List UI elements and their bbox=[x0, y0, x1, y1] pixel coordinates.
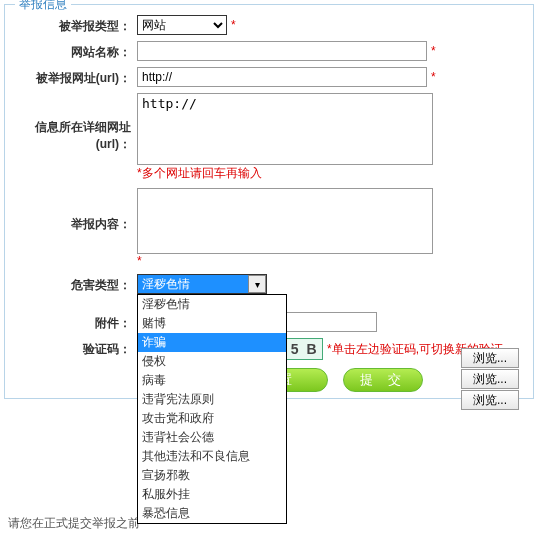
browse-button-3[interactable]: 浏览... bbox=[461, 390, 519, 410]
legend: 举报信息 bbox=[15, 0, 71, 13]
required-mark: * bbox=[431, 44, 436, 58]
multi-url-hint: *多个网址请回车再输入 bbox=[137, 165, 262, 182]
label-captcha: 验证码： bbox=[11, 338, 137, 358]
url-input[interactable] bbox=[137, 67, 427, 87]
harm-option[interactable]: 诈骗 bbox=[138, 333, 286, 352]
browse-button-1[interactable]: 浏览... bbox=[461, 348, 519, 368]
required-mark: * bbox=[231, 18, 236, 32]
harm-option[interactable]: 病毒 bbox=[138, 371, 286, 390]
footer-text: 请您在正式提交举报之前 bbox=[8, 515, 140, 532]
harm-option[interactable]: 侵权 bbox=[138, 352, 286, 371]
label-attach: 附件： bbox=[11, 312, 137, 332]
harm-option[interactable]: 违背宪法原则 bbox=[138, 390, 286, 409]
harm-dropdown-list[interactable]: 淫秽色情赌博诈骗侵权病毒违背宪法原则攻击党和政府违背社会公德其他违法和不良信息宣… bbox=[137, 294, 287, 524]
label-content: 举报内容： bbox=[11, 188, 137, 233]
harm-option[interactable]: 赌博 bbox=[138, 314, 286, 333]
submit-button[interactable]: 提 交 bbox=[343, 368, 423, 392]
harm-selected-text: 淫秽色情 bbox=[142, 276, 190, 293]
browse-button-2[interactable]: 浏览... bbox=[461, 369, 519, 389]
harm-select[interactable]: 淫秽色情 ▾ bbox=[137, 274, 267, 294]
harm-option[interactable]: 攻击党和政府 bbox=[138, 409, 286, 428]
harm-option[interactable]: 宣扬邪教 bbox=[138, 466, 286, 485]
type-select[interactable]: 网站 bbox=[137, 15, 227, 35]
required-mark: * bbox=[137, 254, 142, 268]
harm-option[interactable]: 其他违法和不良信息 bbox=[138, 447, 286, 466]
harm-option[interactable]: 违背社会公德 bbox=[138, 428, 286, 447]
detail-url-textarea[interactable]: http:// bbox=[137, 93, 433, 165]
label-name: 网站名称： bbox=[11, 41, 137, 61]
name-input[interactable] bbox=[137, 41, 427, 61]
harm-option[interactable]: 暴恐信息 bbox=[138, 504, 286, 523]
harm-option[interactable]: 私服外挂 bbox=[138, 485, 286, 504]
label-type: 被举报类型： bbox=[11, 15, 137, 35]
chevron-down-icon: ▾ bbox=[248, 275, 266, 293]
required-mark: * bbox=[431, 70, 436, 84]
label-harm: 危害类型： bbox=[11, 274, 137, 294]
harm-option[interactable]: 淫秽色情 bbox=[138, 295, 286, 314]
content-textarea[interactable] bbox=[137, 188, 433, 254]
label-url: 被举报网址(url)： bbox=[11, 67, 137, 87]
label-detail-url: 信息所在详细网址 (url)： bbox=[11, 93, 137, 153]
